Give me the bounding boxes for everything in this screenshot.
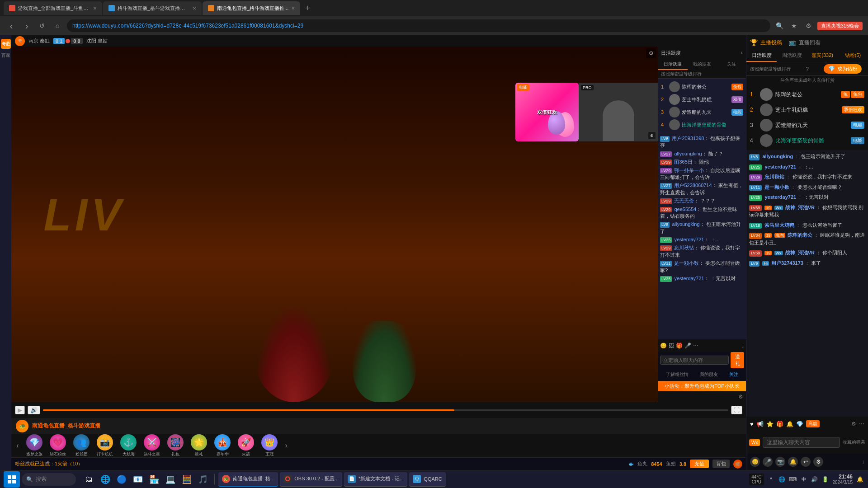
pinned-app-media[interactable]: 🎵 bbox=[195, 472, 211, 487]
react-star[interactable]: ⭐ bbox=[766, 421, 774, 427]
react-bell[interactable]: 🔔 bbox=[786, 421, 793, 427]
gift-item-1[interactable]: 💎 逐梦之旅 bbox=[23, 434, 46, 457]
add-icon[interactable]: + bbox=[741, 50, 743, 56]
emoji-icon[interactable]: 😊 bbox=[660, 343, 667, 349]
gift-item-6[interactable]: ⚔️ 决斗之星 bbox=[141, 434, 163, 457]
settings-icon[interactable]: ⚙ bbox=[738, 394, 743, 400]
cam-btn-1[interactable]: ⊕ bbox=[648, 132, 656, 139]
taskbar-search[interactable]: 🔍 搜索 bbox=[22, 473, 76, 486]
play-pause-button[interactable]: ▶ bbox=[15, 406, 25, 414]
tab-friends[interactable]: 我的朋友 bbox=[688, 59, 717, 70]
gift-item-7[interactable]: 🎆 礼包 bbox=[164, 434, 187, 457]
react-diamond[interactable]: 💎 bbox=[796, 421, 803, 427]
rc-saved-barrage[interactable]: 收藏的弹幕 bbox=[843, 439, 865, 446]
backpack-button[interactable]: 背包 bbox=[712, 460, 730, 468]
rc-bottom-icon-6[interactable]: ⚙ bbox=[813, 457, 823, 467]
react-more-2[interactable]: ⋯ bbox=[859, 421, 864, 427]
gift-item-5[interactable]: ⚓ 大航海 bbox=[117, 434, 140, 457]
video-player[interactable]: LIV PRO ⊕ bbox=[11, 47, 658, 402]
tray-volume[interactable]: 🔊 bbox=[810, 475, 819, 484]
rc-tab-weekly[interactable]: 周活跃度 bbox=[777, 50, 807, 62]
pinned-app-edge[interactable]: 🌐 bbox=[98, 472, 113, 487]
site-logo[interactable]: 奇葩 bbox=[1, 39, 11, 49]
tray-chevron[interactable]: ^ bbox=[767, 475, 776, 484]
gift-scroll-left[interactable]: ‹ bbox=[13, 437, 22, 454]
breadcrumb[interactable]: 百家 bbox=[1, 52, 10, 59]
rc-tab-fans[interactable]: 嘉宾(332) bbox=[807, 50, 838, 62]
settings-button[interactable]: ⚙ bbox=[803, 20, 815, 32]
gift-item-9[interactable]: 🎪 嘉年华 bbox=[211, 434, 234, 457]
rc-bottom-icon-4[interactable]: 🔔 bbox=[788, 457, 798, 467]
gift-item-10[interactable]: 🚀 火箭 bbox=[235, 434, 257, 457]
chat-input-field[interactable] bbox=[660, 356, 729, 365]
tab-follow[interactable]: 关注 bbox=[717, 59, 746, 70]
scroll-down-icon[interactable]: ↓ bbox=[742, 343, 745, 348]
notification-bell[interactable]: 🔔 bbox=[855, 475, 864, 484]
tray-keyboard[interactable]: ⌨ bbox=[788, 475, 797, 484]
tray-battery[interactable]: 🔋 bbox=[821, 475, 830, 484]
tray-chinese-input[interactable]: 中 bbox=[799, 475, 808, 484]
gift-scroll-right[interactable]: › bbox=[282, 437, 291, 454]
gift-item-11[interactable]: 👑 王冠 bbox=[258, 434, 281, 457]
gift-item-2[interactable]: 💗 钻石粉丝 bbox=[47, 434, 69, 457]
pinned-app-mail[interactable]: 📧 bbox=[130, 472, 146, 487]
pinned-app-explorer[interactable]: 🗂 bbox=[81, 472, 97, 487]
volume-button[interactable]: 🔊 bbox=[28, 406, 40, 414]
gift-toolbar-icon[interactable]: 🎁 bbox=[676, 343, 683, 349]
send-button[interactable]: 送礼 bbox=[731, 352, 744, 368]
rc-bottom-icon-3[interactable]: 📷 bbox=[775, 457, 785, 467]
open-app-doc[interactable]: 📄 *新建文本文档 - 记... bbox=[344, 472, 407, 487]
home-button[interactable]: ⌂ bbox=[52, 20, 63, 32]
fullscreen-button[interactable]: ⛶ bbox=[731, 406, 742, 414]
rc-bottom-icon-5[interactable]: ↩ bbox=[801, 457, 811, 467]
become-fan-button[interactable]: 💎 成为钻粉 bbox=[824, 64, 862, 74]
tab-3[interactable]: 南通龟包直播_格斗游戏直播推... ✕ bbox=[203, 1, 300, 15]
rc-bottom-icon-2[interactable]: 🎤 bbox=[763, 457, 773, 467]
pinned-app-chrome[interactable]: 🔵 bbox=[114, 472, 129, 487]
image-icon[interactable]: 🖼 bbox=[669, 343, 674, 349]
cart-icon[interactable]: 🛒 bbox=[733, 460, 742, 469]
rc-tab-daily[interactable]: 日活跃度 bbox=[746, 50, 777, 62]
seek-bar[interactable] bbox=[43, 409, 728, 411]
mic-icon[interactable]: 🎤 bbox=[684, 343, 691, 349]
tab-2-close[interactable]: ✕ bbox=[193, 6, 196, 11]
gift-btn[interactable]: 关注 bbox=[729, 371, 738, 378]
help-icon[interactable]: ? bbox=[806, 66, 809, 72]
replay-tab[interactable]: 直播回看 bbox=[799, 39, 821, 47]
address-bar[interactable]: https://www.douyu.com/66226?dyshid=d728e… bbox=[67, 19, 770, 32]
open-app-qq[interactable]: Q QQARC bbox=[409, 472, 445, 487]
rc-chat-input[interactable] bbox=[763, 437, 840, 448]
tab-1[interactable]: 游戏直播_全部游戏直播_斗鱼直... ✕ bbox=[4, 1, 102, 15]
react-more-1[interactable]: ⚙ bbox=[851, 421, 856, 427]
new-tab-button[interactable]: + bbox=[301, 2, 314, 14]
react-gift[interactable]: 🎁 bbox=[776, 421, 783, 427]
high-energy-btn[interactable]: 高能 bbox=[806, 420, 820, 427]
tab-3-close[interactable]: ✕ bbox=[291, 6, 295, 11]
recharge-button[interactable]: 充值 bbox=[690, 460, 709, 468]
clock[interactable]: 21:46 2024/3/15 bbox=[833, 474, 853, 485]
pinned-app-store[interactable]: 🏪 bbox=[146, 472, 162, 487]
tab-daily[interactable]: 日活跃度 bbox=[658, 59, 688, 70]
fan-info-btn[interactable]: 了解粉丝情 bbox=[666, 371, 689, 378]
back-button[interactable]: ‹ bbox=[5, 20, 17, 32]
pinned-app-terminal[interactable]: 💻 bbox=[163, 472, 178, 487]
open-app-stream[interactable]: 🐢 南通龟包直播_格... bbox=[218, 472, 278, 487]
rc-tab-diamonds[interactable]: 钻粉(5) bbox=[838, 50, 868, 62]
react-heart[interactable]: ♥ bbox=[750, 421, 754, 427]
host-tab[interactable]: 主播投稿 bbox=[760, 39, 782, 47]
pinned-app-calc[interactable]: 🧮 bbox=[179, 472, 194, 487]
rc-scroll-bottom[interactable]: ↓ bbox=[862, 459, 864, 465]
tab-2[interactable]: 格斗游戏直播_格斗游戏直播推断... ✕ bbox=[103, 1, 202, 15]
fan-drive-banner[interactable]: 小活动：攀升龟包成为TOP小队长 bbox=[658, 381, 746, 391]
forward-button[interactable]: › bbox=[21, 20, 33, 32]
start-button[interactable] bbox=[4, 471, 20, 488]
react-speaker[interactable]: 📢 bbox=[756, 421, 764, 427]
top-ctrl-1[interactable]: ⚙ bbox=[646, 48, 656, 58]
more-icon[interactable]: ⋯ bbox=[693, 343, 698, 349]
gift-item-8[interactable]: 🌟 星礼 bbox=[188, 434, 210, 457]
search-nav-button[interactable]: 🔍 bbox=[774, 20, 786, 32]
star-button[interactable]: ★ bbox=[788, 20, 800, 32]
gift-item-3[interactable]: 👥 粉丝团 bbox=[70, 434, 93, 457]
tab-1-close[interactable]: ✕ bbox=[93, 6, 97, 11]
tray-network[interactable]: 🌐 bbox=[778, 475, 787, 484]
